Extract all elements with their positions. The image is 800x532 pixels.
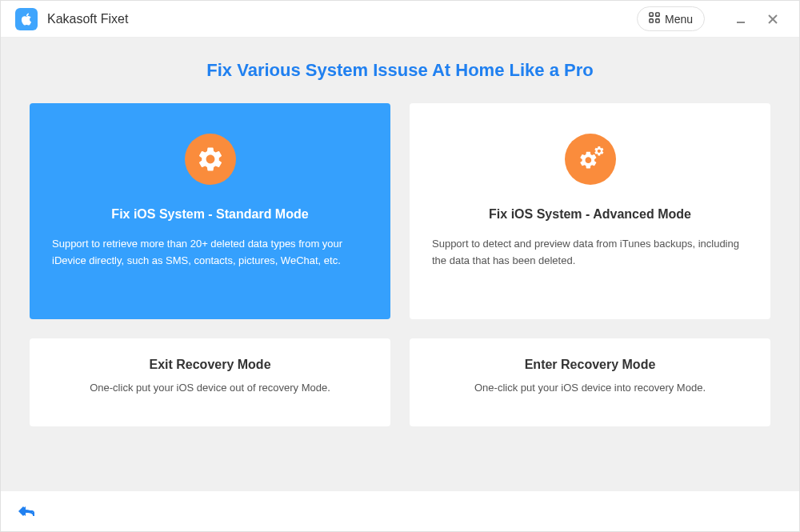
card-title: Exit Recovery Mode (52, 358, 368, 372)
svg-rect-0 (650, 13, 653, 16)
menu-grid-icon (649, 12, 660, 26)
card-desc: Support to detect and preview data from … (432, 236, 748, 270)
card-title: Fix iOS System - Standard Mode (52, 207, 368, 222)
page-title: Fix Various System Issuse At Home Like a… (30, 60, 770, 81)
card-desc: One-click put your iOS device into recov… (432, 380, 748, 397)
content-area: Fix Various System Issuse At Home Like a… (1, 38, 799, 491)
svg-rect-2 (650, 19, 653, 22)
gear-icon (185, 134, 236, 185)
app-window: Kakasoft Fixet Menu Fi (0, 0, 800, 532)
app-logo-icon (15, 8, 38, 30)
menu-button[interactable]: Menu (637, 6, 705, 31)
card-standard-mode[interactable]: Fix iOS System - Standard Mode Support t… (30, 103, 390, 319)
back-button[interactable] (14, 499, 38, 523)
minimize-button[interactable] (729, 7, 753, 31)
footer (1, 491, 799, 531)
svg-rect-1 (656, 13, 659, 16)
card-title: Enter Recovery Mode (432, 358, 748, 372)
app-title: Kakasoft Fixet (47, 12, 637, 26)
svg-rect-3 (656, 19, 659, 22)
card-enter-recovery[interactable]: Enter Recovery Mode One-click put your i… (410, 338, 770, 426)
card-title: Fix iOS System - Advanced Mode (432, 207, 748, 222)
card-advanced-mode[interactable]: Fix iOS System - Advanced Mode Support t… (410, 103, 770, 319)
card-desc: Support to retrieve more than 20+ delete… (52, 236, 368, 270)
gears-icon (565, 134, 616, 185)
card-grid: Fix iOS System - Standard Mode Support t… (30, 103, 770, 426)
menu-label: Menu (665, 13, 693, 26)
card-exit-recovery[interactable]: Exit Recovery Mode One-click put your iO… (30, 338, 390, 426)
close-button[interactable] (761, 7, 785, 31)
titlebar: Kakasoft Fixet Menu (1, 1, 799, 38)
card-desc: One-click put your iOS device out of rec… (52, 380, 368, 397)
